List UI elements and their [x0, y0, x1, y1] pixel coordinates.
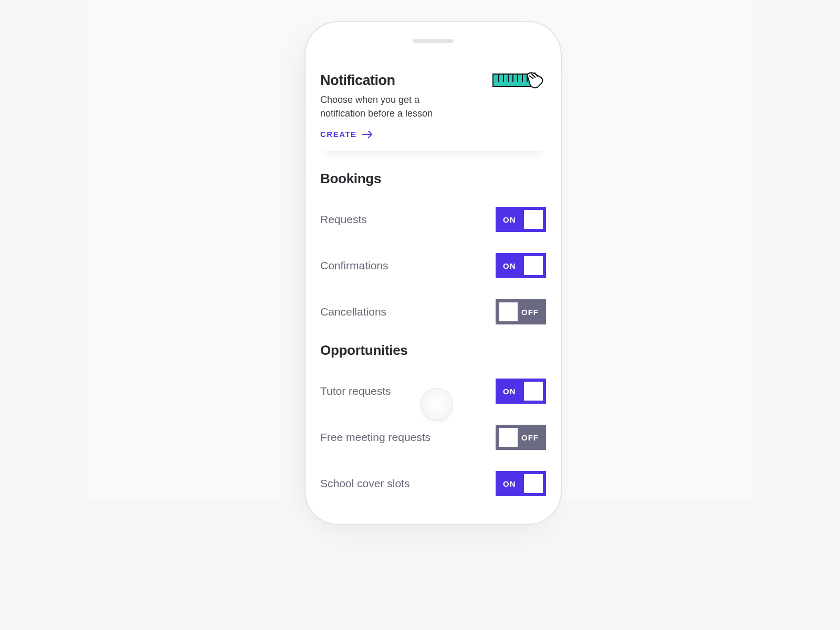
list-item: Cancellations OFF	[320, 291, 546, 337]
setting-label: School cover slots	[320, 477, 410, 490]
setting-label: Tutor requests	[320, 385, 391, 397]
toggle-knob	[499, 302, 518, 321]
setting-label: Free meeting requests	[320, 431, 430, 444]
toggle-state-label: ON	[503, 479, 516, 488]
toggle-knob	[524, 210, 543, 229]
list-item: Free meeting requests OFF	[320, 416, 546, 463]
list-item: Tutor requests ON	[320, 370, 546, 416]
arrow-right-icon	[362, 131, 373, 138]
toggle-knob	[524, 474, 543, 493]
list-item: Requests ON	[320, 198, 546, 245]
toggle-school-cover-slots[interactable]: ON	[496, 471, 546, 496]
create-label: CREATE	[320, 130, 357, 139]
phone-speaker	[413, 39, 454, 43]
setting-label: Cancellations	[320, 306, 386, 318]
list-item: Confirmations ON	[320, 245, 546, 291]
hand-icon	[526, 71, 546, 91]
toggle-knob	[499, 428, 518, 447]
ruler-illustration	[492, 74, 546, 110]
notification-card: Notification Choose when you get a notif…	[320, 68, 546, 151]
setting-label: Requests	[320, 213, 367, 226]
create-button[interactable]: CREATE	[320, 130, 373, 139]
phone-side-button	[302, 171, 304, 201]
toggle-state-label: OFF	[521, 433, 539, 442]
phone-side-button	[302, 131, 304, 162]
phone-side-button	[302, 100, 304, 120]
toggle-knob	[524, 382, 543, 401]
bookings-heading: Bookings	[320, 171, 546, 187]
list-item: School cover slots ON	[320, 463, 546, 509]
setting-label: Confirmations	[320, 259, 388, 272]
opportunities-heading: Opportunities	[320, 342, 546, 359]
toggle-state-label: ON	[503, 215, 516, 224]
toggle-requests[interactable]: ON	[496, 207, 546, 232]
screen-content: Notification Choose when you get a notif…	[320, 68, 546, 509]
phone-frame: Notification Choose when you get a notif…	[304, 21, 562, 525]
toggle-tutor-requests[interactable]: ON	[496, 379, 546, 404]
toggle-state-label: ON	[503, 387, 516, 396]
stage: Notification Choose when you get a notif…	[87, 0, 753, 500]
toggle-state-label: ON	[503, 261, 516, 270]
toggle-knob	[524, 256, 543, 275]
notification-description: Choose when you get a notification befor…	[320, 93, 441, 120]
toggle-state-label: OFF	[521, 308, 539, 317]
toggle-confirmations[interactable]: ON	[496, 253, 546, 278]
toggle-free-meeting-requests[interactable]: OFF	[496, 425, 546, 450]
toggle-cancellations[interactable]: OFF	[496, 299, 546, 324]
